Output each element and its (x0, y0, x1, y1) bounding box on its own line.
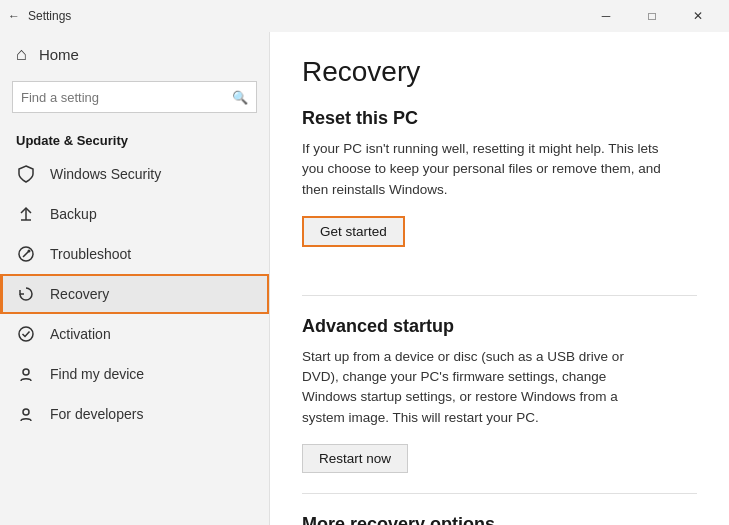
window-controls: ─ □ ✕ (583, 0, 721, 32)
for-developers-label: For developers (50, 406, 143, 422)
nav-items: Windows SecurityBackupTroubleshootRecove… (0, 154, 269, 434)
reset-pc-title: Reset this PC (302, 108, 697, 129)
get-started-button[interactable]: Get started (302, 216, 405, 247)
find-my-device-label: Find my device (50, 366, 144, 382)
advanced-startup-title: Advanced startup (302, 316, 697, 337)
home-icon: ⌂ (16, 44, 27, 65)
backup-icon (16, 204, 36, 224)
reset-pc-desc: If your PC isn't running well, resetting… (302, 139, 662, 200)
home-label: Home (39, 46, 79, 63)
back-button[interactable]: ← (8, 9, 20, 23)
svg-point-7 (23, 409, 29, 415)
search-input[interactable] (21, 90, 232, 105)
backup-label: Backup (50, 206, 97, 222)
sidebar-item-find-my-device[interactable]: Find my device (0, 354, 269, 394)
divider-2 (302, 493, 697, 494)
activation-icon (16, 324, 36, 344)
restart-now-button[interactable]: Restart now (302, 444, 408, 473)
sidebar-home-item[interactable]: ⌂ Home (0, 32, 269, 77)
svg-point-6 (23, 369, 29, 375)
minimize-button[interactable]: ─ (583, 0, 629, 32)
window-title: Settings (28, 9, 583, 23)
sidebar: ⌂ Home 🔍 Update & Security Windows Secur… (0, 32, 270, 525)
troubleshoot-icon (16, 244, 36, 264)
for-developers-icon (16, 404, 36, 424)
app-body: ⌂ Home 🔍 Update & Security Windows Secur… (0, 32, 729, 525)
sidebar-item-troubleshoot[interactable]: Troubleshoot (0, 234, 269, 274)
sidebar-item-recovery[interactable]: Recovery (0, 274, 269, 314)
find-my-device-icon (16, 364, 36, 384)
section-label: Update & Security (0, 125, 269, 154)
advanced-startup-desc: Start up from a device or disc (such as … (302, 347, 662, 428)
sidebar-item-backup[interactable]: Backup (0, 194, 269, 234)
close-button[interactable]: ✕ (675, 0, 721, 32)
sidebar-item-for-developers[interactable]: For developers (0, 394, 269, 434)
sidebar-item-activation[interactable]: Activation (0, 314, 269, 354)
search-box[interactable]: 🔍 (12, 81, 257, 113)
title-bar: ← Settings ─ □ ✕ (0, 0, 729, 32)
active-border (0, 274, 269, 314)
search-icon: 🔍 (232, 90, 248, 105)
troubleshoot-label: Troubleshoot (50, 246, 131, 262)
more-recovery-title: More recovery options (302, 514, 697, 525)
maximize-button[interactable]: □ (629, 0, 675, 32)
windows-security-label: Windows Security (50, 166, 161, 182)
divider-1 (302, 295, 697, 296)
activation-label: Activation (50, 326, 111, 342)
recovery-icon (16, 284, 36, 304)
svg-point-4 (28, 250, 31, 253)
recovery-label: Recovery (50, 286, 109, 302)
page-title: Recovery (302, 56, 697, 88)
sidebar-item-windows-security[interactable]: Windows Security (0, 154, 269, 194)
svg-point-5 (19, 327, 33, 341)
main-content: Recovery Reset this PC If your PC isn't … (270, 32, 729, 525)
windows-security-icon (16, 164, 36, 184)
